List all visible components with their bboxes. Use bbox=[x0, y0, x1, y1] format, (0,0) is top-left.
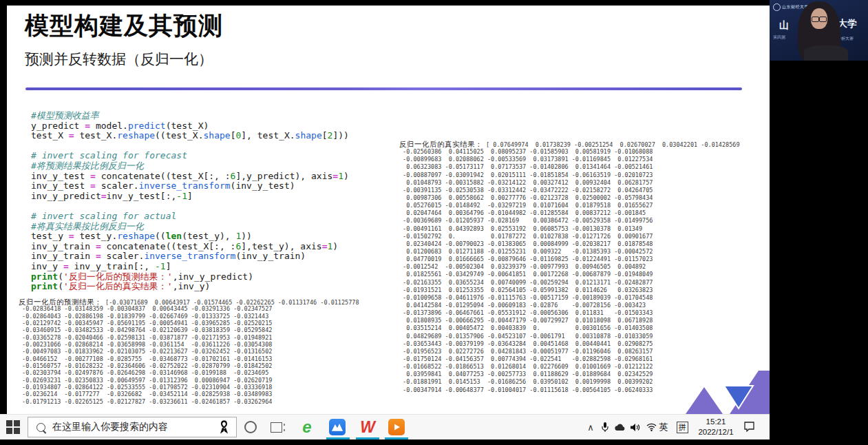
screen: 模型构建及其预测 预测并反转数据（反归一化） #模型预测收益率y_predict… bbox=[0, 0, 868, 445]
presenter-body bbox=[804, 45, 848, 61]
search-placeholder-text: 在这里输入你要搜索的内容 bbox=[52, 421, 219, 433]
ie-browser-icon: e bbox=[302, 419, 311, 435]
speaker-icon[interactable] bbox=[629, 415, 642, 439]
microphone-icon[interactable] bbox=[600, 415, 611, 439]
cortana-icon bbox=[244, 421, 257, 433]
webcam-subtext-left: 第四届 bbox=[773, 34, 785, 41]
presenter-glasses bbox=[812, 17, 827, 21]
university-logo-icon bbox=[773, 3, 781, 11]
tray-expand-chevron-up-icon[interactable]: ∧ bbox=[584, 415, 597, 439]
slide: 模型构建及其预测 预测并反转数据（反归一化） #模型预测收益率y_predict… bbox=[7, 6, 770, 414]
task-view-button[interactable] bbox=[267, 418, 285, 436]
webcam-bg-text-left: 山 bbox=[779, 19, 789, 32]
active-app-indicator bbox=[385, 437, 408, 439]
cloud-sync-icon[interactable] bbox=[613, 415, 627, 439]
task-view-icon bbox=[271, 422, 282, 433]
active-app-indicator bbox=[326, 437, 350, 439]
wps-presentation-icon bbox=[388, 419, 405, 435]
search-icon bbox=[36, 423, 45, 432]
input-language-indicator[interactable]: 英 bbox=[657, 415, 670, 439]
webcam-bg-text-right: 大学 bbox=[838, 18, 857, 30]
taskbar-search-input[interactable]: 在这里输入你要搜索的内容 bbox=[28, 417, 237, 437]
ime-mode-indicator[interactable]: 拼 bbox=[675, 415, 689, 439]
taskbar: 在这里输入你要搜索的内容 e W bbox=[0, 414, 770, 439]
taskbar-clock[interactable]: 15:21 2022/12/1 bbox=[694, 417, 738, 437]
wps-office-icon: W bbox=[360, 420, 375, 435]
output-predict: 反归一化后的预测结果： [-0.03071689 0.00643917 -0.0… bbox=[19, 298, 359, 405]
windows-start-button[interactable] bbox=[6, 420, 20, 434]
slide-corner-decoration bbox=[681, 371, 770, 414]
browser-app-button[interactable]: e bbox=[298, 418, 316, 436]
divider-line bbox=[25, 87, 742, 90]
notification-icon bbox=[743, 421, 755, 432]
mourning-ribbon-icon bbox=[219, 420, 229, 435]
webcam-overlay[interactable]: 山东财经大学 山 大学 第四届 分析大赛 bbox=[770, 0, 868, 61]
code-block: #模型预测收益率y_predict = model.predict(test_X… bbox=[31, 111, 349, 292]
meeting-app-button[interactable] bbox=[328, 418, 346, 436]
clock-date: 2022/12/1 bbox=[694, 427, 738, 437]
page-title: 模型构建及其预测 bbox=[25, 10, 223, 42]
clock-time: 15:21 bbox=[694, 417, 738, 427]
wps-presentation-app-button[interactable] bbox=[388, 418, 405, 436]
wps-writer-app-button[interactable]: W bbox=[359, 418, 377, 436]
notification-center-button[interactable] bbox=[743, 421, 755, 435]
slide-subtitle: 预测并反转数据（反归一化） bbox=[25, 50, 213, 69]
cortana-button[interactable] bbox=[242, 418, 260, 436]
tencent-meeting-icon bbox=[329, 419, 346, 435]
output-actual: 反归一化后的真实结果： [ 0.07649974 0.01738239 -0.0… bbox=[399, 141, 740, 394]
active-app-indicator bbox=[356, 437, 379, 439]
wifi-icon[interactable] bbox=[645, 415, 657, 439]
